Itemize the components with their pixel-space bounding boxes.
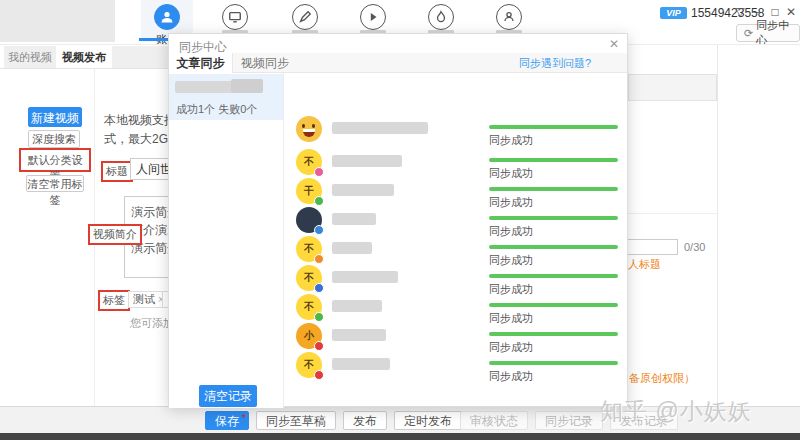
platform-badge-icon (314, 283, 324, 293)
refresh-icon: ⟳ (744, 27, 753, 40)
platform-avatar: 不 (296, 294, 322, 320)
censored-account-name (332, 213, 376, 225)
censored-account-name (332, 155, 402, 167)
platform-avatar (296, 207, 322, 233)
sync-center-button[interactable]: ⟳ 同步中心 (736, 24, 800, 42)
sync-result-row: 不同步成功 (284, 153, 629, 183)
sync-status-text: 同步成功 (489, 166, 533, 181)
sync-progress-bar (489, 303, 618, 307)
dialog-tab-article-sync[interactable]: 文章同步 (169, 53, 233, 73)
account-icon (154, 4, 180, 30)
tags-label: 标签 (98, 290, 130, 311)
maximize-button[interactable]: □ (768, 5, 782, 19)
sync-progress-bar (489, 361, 618, 365)
sync-center-dialog: 同步中心 ✕ 文章同步 视频同步 同步遇到问题? 成功1个 失败0个 清空记录 … (168, 33, 628, 407)
description-label: 视频简介 (88, 224, 142, 245)
platform-avatar: 小 (296, 323, 322, 349)
sync-result-row: 干同步成功 (284, 182, 629, 212)
clear-common-tags-button[interactable]: 清空常用标签 (26, 175, 84, 192)
nav-item-3[interactable] (279, 4, 331, 30)
save-button[interactable]: 保存* (205, 411, 249, 430)
sync-result-row: 同步成功 (284, 120, 629, 150)
sync-result-row: 不同步成功 (284, 298, 629, 328)
app-logo-area (0, 0, 115, 42)
sync-result-row: 不同步成功 (284, 269, 629, 299)
sync-summary: 成功1个 失败0个 (176, 102, 257, 117)
censored-task-title-2 (231, 79, 263, 93)
minimize-button[interactable]: ─ (751, 5, 765, 19)
sync-result-row: 小同步成功 (284, 327, 629, 357)
dialog-close-icon[interactable]: ✕ (609, 37, 619, 51)
close-button[interactable]: ✕ (784, 5, 798, 19)
platform-avatar: 不 (296, 149, 322, 175)
sync-progress-bar (489, 158, 618, 162)
sync-status-text: 同步成功 (489, 340, 533, 355)
sync-result-row: 不同步成功 (284, 356, 629, 386)
review-status-button: 审核状态 (460, 411, 528, 430)
platform-badge-icon (314, 167, 324, 177)
deep-search-button[interactable]: 深度搜索 (28, 130, 80, 148)
platform-avatar: 干 (296, 178, 322, 204)
censored-account-name (332, 300, 382, 312)
nav-item-2[interactable] (209, 4, 261, 30)
sync-status-text: 同步成功 (489, 282, 533, 297)
sync-status-text: 同步成功 (489, 311, 533, 326)
nav-item-4[interactable] (347, 4, 399, 30)
platform-avatar: 不 (296, 236, 322, 262)
new-video-button[interactable]: 新建视频 (28, 107, 82, 127)
platform-badge-icon (314, 341, 324, 351)
censored-account-name (332, 329, 386, 341)
sync-status-text: 同步成功 (489, 195, 533, 210)
sync-status-text: 同步成功 (489, 369, 533, 384)
sync-status-text: 同步成功 (489, 253, 533, 268)
censored-account-name (332, 122, 428, 134)
sync-status-text: 同步成功 (489, 133, 533, 148)
platform-avatar: 不 (296, 352, 322, 378)
sync-progress-bar (489, 274, 618, 278)
sync-status-text: 同步成功 (489, 224, 533, 239)
watermark: 知乎 @小妖妖 (600, 396, 752, 427)
dialog-tab-video-sync[interactable]: 视频同步 (233, 53, 297, 73)
sync-result-row: 同步成功 (284, 211, 629, 241)
sync-progress-bar (489, 245, 618, 249)
platform-badge-icon (314, 254, 324, 264)
required-mark: * (242, 410, 246, 428)
sync-results-list: 同步成功不同步成功干同步成功同步成功不同步成功不同步成功不同步成功小同步成功不同… (284, 73, 629, 408)
flame-icon (428, 4, 454, 30)
app-window: 账号 VIP 15549423558 ▽ ─ □ ✕ ⟳ 同步中心 我的视 (0, 0, 800, 440)
publish-button[interactable]: 发布 (343, 411, 387, 430)
nav-item-6[interactable] (483, 4, 535, 30)
censored-account-name (332, 242, 372, 254)
platform-badge-icon (314, 196, 324, 206)
right-panel-border (717, 45, 718, 406)
platform-avatar: 不 (296, 265, 322, 291)
tab-video-publish[interactable]: 视频发布 (56, 46, 112, 68)
dropdown-icon[interactable]: ▽ (733, 5, 747, 19)
sync-help-link[interactable]: 同步遇到问题? (519, 56, 591, 71)
play-icon (360, 4, 386, 30)
sync-progress-bar (489, 125, 618, 129)
tab-hidden[interactable] (112, 46, 168, 68)
char-counter: 0/30 (684, 241, 705, 253)
monitor-icon (222, 4, 248, 30)
clear-records-button[interactable]: 清空记录 (199, 385, 257, 407)
platform-badge-icon (314, 370, 324, 380)
sync-to-draft-button[interactable]: 同步至草稿 (256, 411, 336, 430)
window-bottom-edge (0, 433, 800, 440)
pen-icon (292, 4, 318, 30)
default-category-button[interactable]: 默认分类设置 (23, 152, 87, 169)
vip-badge: VIP (660, 7, 687, 19)
right-toolbar-fragment (628, 74, 717, 101)
sync-progress-bar (489, 216, 618, 220)
platform-badge-icon (314, 312, 324, 322)
title-label: 标题 (101, 161, 133, 182)
sync-task-item[interactable]: 成功1个 失败0个 (169, 74, 283, 120)
tab-my-videos[interactable]: 我的视频 (4, 46, 56, 68)
censored-account-name (332, 358, 390, 370)
dialog-left-panel: 成功1个 失败0个 清空记录 (169, 73, 284, 408)
right-panel-divider (628, 213, 717, 214)
tab-divider (0, 68, 168, 69)
avatar-face-part (312, 124, 315, 128)
scheduled-publish-button[interactable]: 定时发布 (394, 411, 462, 430)
nav-item-5[interactable] (415, 4, 467, 30)
